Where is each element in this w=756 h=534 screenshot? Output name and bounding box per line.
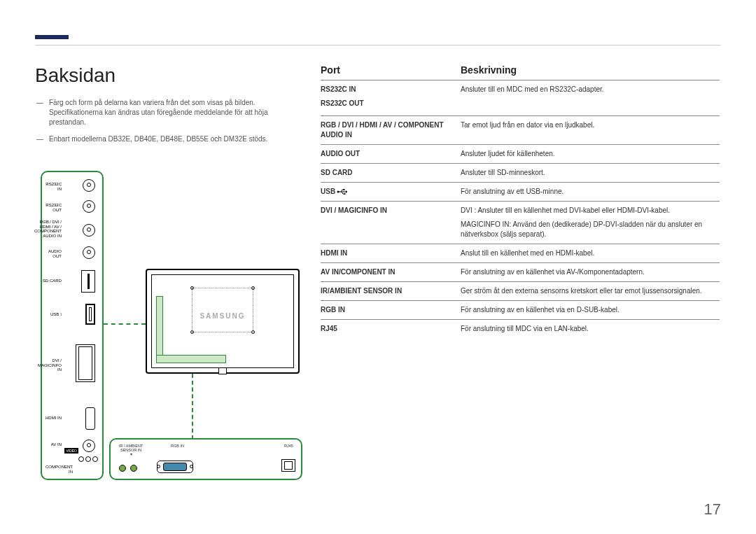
vlabel-hdmi: HDMI IN: [46, 416, 62, 421]
port-name: AUDIO OUT: [321, 149, 461, 159]
port-name: [321, 220, 461, 239]
vlabel-audio-out: AUDIO OUT: [42, 249, 62, 258]
monitor-rear-view: SAMSUNG: [146, 269, 300, 374]
vlabel-component-in: COMPONENT IN: [42, 465, 73, 474]
port-desc: Ansluter ljudet för källenheten.: [461, 149, 720, 159]
port-component-in: [78, 456, 98, 462]
monitor-brand: SAMSUNG: [147, 312, 298, 320]
port-table: Port Beskrivning RS232C INAnsluter till …: [321, 64, 720, 338]
port-av-in: [83, 440, 95, 452]
port-sd-card: [81, 270, 95, 293]
video-badge: VIDEO: [64, 448, 78, 454]
port-desc: Ansluter till en MDC med en RS232C-adapt…: [461, 85, 720, 94]
port-usb: [85, 304, 95, 325]
vlabel-av-in: AV IN: [51, 442, 62, 447]
monitor-stand: [218, 367, 227, 374]
header-port: Port: [321, 64, 461, 76]
diagram-area: VIDEO RS232C IN RS232C OUT RGB / DVI / H…: [41, 171, 307, 493]
page-number: 17: [704, 500, 721, 519]
horizontal-port-panel: IR / AMBIENT SENSOR IN ▾ RGB IN RJ45: [109, 438, 302, 480]
port-desc: För anslutning av en källenhet via en D-…: [461, 305, 720, 315]
port-name: RGB IN: [321, 305, 461, 315]
port-desc: DVI : Ansluter till en källenhet med DVI…: [461, 206, 720, 216]
port-name: IR/AMBIENT SENSOR IN: [321, 286, 461, 296]
vlabel-audio-in: RGB / DVI / HDMI / AV / COMPONENT AUDIO …: [34, 220, 62, 238]
port-desc: MAGICINFO IN: Använd den (dedikerade) DP…: [461, 220, 720, 239]
table-row: DVI / MAGICINFO INDVI : Ansluter till en…: [321, 201, 720, 220]
table-row: IR/AMBIENT SENSOR INGer ström åt den ext…: [321, 281, 720, 300]
port-hdmi: [85, 407, 95, 430]
port-name: RJ45: [321, 324, 461, 334]
vlabel-rs232c-in: RS232C IN: [42, 182, 62, 191]
notes-block: Färg och form på delarna kan variera frå…: [43, 98, 295, 151]
table-row: RGB INFör anslutning av en källenhet via…: [321, 300, 720, 319]
table-row: RGB / DVI / HDMI / AV / COMPONENT AUDIO …: [321, 115, 720, 144]
port-desc: Tar emot ljud från en dator via en ljudk…: [461, 120, 720, 140]
table-row: AV IN/COMPONENT INFör anslutning av en k…: [321, 262, 720, 281]
svg-point-2: [344, 193, 346, 195]
port-name: USB: [321, 187, 461, 197]
table-row: HDMI INAnslut till en källenhet med en H…: [321, 244, 720, 262]
port-name: AV IN/COMPONENT IN: [321, 267, 461, 277]
port-desc: [461, 99, 720, 111]
green-highlight-horizontal: [156, 355, 226, 363]
top-rule: [35, 45, 721, 45]
vesa-pattern: [192, 288, 253, 332]
note-1: Färg och form på delarna kan variera frå…: [43, 98, 295, 127]
port-dvi-magicinfo: [76, 344, 95, 382]
accent-line: [35, 35, 69, 39]
table-row: RS232C INAnsluter till en MDC med en RS2…: [321, 80, 720, 99]
vlabel-dvi: DVI / MAGICINFO IN: [38, 358, 62, 372]
table-row: USBFör anslutning av ett USB-minne.: [321, 182, 720, 201]
page-title: Baksidan: [35, 64, 115, 87]
port-desc: Anslut till en källenhet med en HDMI-kab…: [461, 248, 720, 258]
port-desc: För anslutning av en källenhet via AV-/K…: [461, 267, 720, 277]
dash-line-h: [104, 323, 146, 325]
port-table-header: Port Beskrivning: [321, 64, 720, 80]
port-audio-in: [83, 224, 95, 237]
port-rj45: [281, 459, 295, 472]
vlabel-sd-card: SD CARD: [43, 279, 62, 283]
port-desc: För anslutning till MDC via en LAN-kabel…: [461, 324, 720, 334]
port-name: SD CARD: [321, 168, 461, 178]
table-row: RS232C OUT: [321, 99, 720, 115]
port-name: RS232C OUT: [321, 99, 461, 111]
hlabel-ir-sensor: IR / AMBIENT SENSOR IN ▾: [119, 444, 143, 456]
port-name: RGB / DVI / HDMI / AV / COMPONENT AUDIO …: [321, 120, 461, 140]
vlabel-rs232c-out: RS232C OUT: [42, 203, 62, 212]
port-rs232c-out: [83, 200, 95, 213]
monitor-inner: [151, 274, 294, 368]
port-rgb-in: [157, 461, 193, 473]
table-row: MAGICINFO IN: Använd den (dedikerade) DP…: [321, 220, 720, 244]
table-row: SD CARDAnsluter till SD-minneskort.: [321, 163, 720, 182]
note-2: Enbart modellerna DB32E, DB40E, DB48E, D…: [43, 134, 295, 144]
hlabel-rj45: RJ45: [284, 444, 293, 448]
vertical-port-panel: VIDEO RS232C IN RS232C OUT RGB / DVI / H…: [41, 171, 104, 480]
port-desc: Ger ström åt den externa sensorns kretsk…: [461, 286, 720, 296]
port-name: HDMI IN: [321, 248, 461, 258]
port-ir-sensor-2: [130, 465, 137, 472]
svg-rect-1: [344, 189, 345, 190]
table-row: RJ45För anslutning till MDC via en LAN-k…: [321, 319, 720, 338]
hlabel-rgb-in: RGB IN: [171, 444, 184, 448]
port-name: RS232C IN: [321, 85, 461, 94]
port-rs232c-in: [83, 179, 95, 192]
port-desc: Ansluter till SD-minneskort.: [461, 168, 720, 178]
green-highlight-vertical: [156, 296, 163, 362]
port-ir-sensor-1: [119, 465, 126, 472]
port-audio-out: [83, 246, 95, 259]
dash-line-v: [192, 374, 193, 440]
header-desc: Beskrivning: [461, 64, 517, 76]
port-desc: För anslutning av ett USB-minne.: [461, 187, 720, 197]
vlabel-usb: USB ⟟: [50, 312, 62, 317]
usb-icon: [337, 188, 349, 195]
port-name: DVI / MAGICINFO IN: [321, 206, 461, 216]
table-row: AUDIO OUTAnsluter ljudet för källenheten…: [321, 144, 720, 163]
